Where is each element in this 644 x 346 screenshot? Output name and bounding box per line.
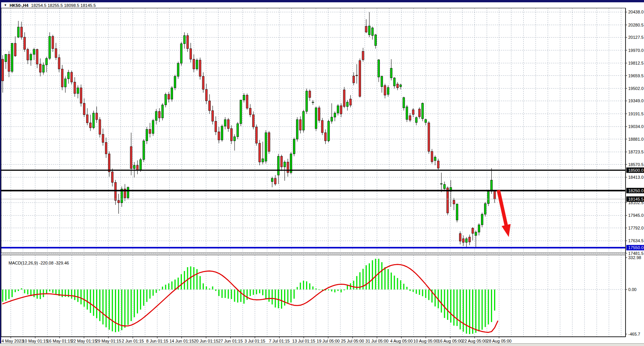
svg-text:18250.0: 18250.0 — [628, 188, 644, 193]
svg-text:19502.0: 19502.0 — [628, 86, 644, 91]
svg-text:10 Aug 05:00: 10 Aug 05:00 — [413, 339, 438, 343]
svg-text:19812.5: 19812.5 — [628, 61, 644, 65]
svg-text:22 May 01:15: 22 May 01:15 — [71, 339, 97, 343]
svg-text:17481.5: 17481.5 — [628, 251, 644, 256]
svg-text:20438.0: 20438.0 — [628, 10, 644, 14]
svg-text:7 Jul 01:15: 7 Jul 01:15 — [269, 339, 290, 343]
svg-text:16 May 01:15: 16 May 01:15 — [47, 339, 73, 343]
svg-text:3 Jul 01:15: 3 Jul 01:15 — [245, 339, 265, 343]
mt4-chart-window: ▼ HK50-,H4 18254.5 18255.5 18098.5 18145… — [0, 0, 644, 346]
svg-text:19034.0: 19034.0 — [628, 124, 644, 129]
svg-text:18145.5: 18145.5 — [628, 197, 644, 201]
svg-text:19659.5: 19659.5 — [628, 73, 644, 78]
svg-text:18723.5: 18723.5 — [628, 150, 644, 154]
macd-name: MACD(12,26,9) — [8, 261, 38, 265]
svg-text:13 Jul 01:15: 13 Jul 01:15 — [292, 339, 315, 343]
candles-layer — [2, 12, 496, 247]
svg-text:17550.0: 17550.0 — [628, 245, 644, 250]
svg-text:19191.5: 19191.5 — [628, 111, 644, 116]
svg-text:20 Jun 01:15: 20 Jun 01:15 — [194, 339, 218, 343]
svg-text:17792.0: 17792.0 — [628, 226, 644, 230]
svg-text:17945.0: 17945.0 — [628, 213, 644, 218]
svg-text:4 May 2023: 4 May 2023 — [2, 339, 23, 343]
svg-text:332.98: 332.98 — [628, 255, 641, 260]
svg-text:-465.7: -465.7 — [628, 332, 640, 336]
svg-text:0.00: 0.00 — [628, 287, 636, 292]
svg-text:25 Jul 05:00: 25 Jul 05:00 — [341, 339, 364, 343]
down-arrow-head — [502, 224, 511, 237]
svg-text:19349.0: 19349.0 — [628, 98, 644, 103]
svg-text:16 Aug 05:00: 16 Aug 05:00 — [438, 339, 463, 343]
svg-text:22 Aug 05:00: 22 Aug 05:00 — [462, 339, 487, 343]
svg-text:19 Jul 05:00: 19 Jul 05:00 — [317, 339, 340, 343]
svg-text:10 May 01:15: 10 May 01:15 — [22, 339, 48, 343]
svg-text:2 Jun 01:15: 2 Jun 01:15 — [122, 339, 144, 343]
svg-text:29 May 01:15: 29 May 01:15 — [96, 339, 121, 343]
svg-text:18413.0: 18413.0 — [628, 175, 644, 180]
hlines-layer[interactable] — [1, 170, 626, 248]
window-bottom-edge — [0, 343, 644, 346]
svg-text:18570.5: 18570.5 — [628, 162, 644, 167]
svg-text:14 Jun 01:15: 14 Jun 01:15 — [170, 339, 194, 343]
svg-text:4 Aug 05:00: 4 Aug 05:00 — [390, 339, 413, 343]
svg-text:27 Jun 01:15: 27 Jun 01:15 — [218, 339, 243, 343]
axis-layer[interactable]: 20438.020280.520127.519970.019812.519659… — [1, 8, 644, 343]
macd-layer — [3, 259, 498, 334]
svg-text:18881.0: 18881.0 — [628, 137, 644, 141]
svg-text:20127.5: 20127.5 — [628, 35, 644, 40]
svg-text:17634.5: 17634.5 — [628, 238, 644, 243]
price-chart-canvas[interactable]: 20438.020280.520127.519970.019812.519659… — [0, 0, 644, 346]
svg-text:18500.0: 18500.0 — [628, 168, 644, 173]
svg-text:8 Jun 01:15: 8 Jun 01:15 — [146, 339, 168, 343]
down-arrow-annotation[interactable] — [498, 190, 506, 228]
macd-indicator-label: MACD(12,26,9) -220.08 -329.46 — [4, 256, 69, 270]
svg-text:19970.0: 19970.0 — [628, 48, 644, 53]
macd-values: -220.08 -329.46 — [39, 261, 69, 265]
svg-text:31 Jul 05:00: 31 Jul 05:00 — [366, 339, 389, 343]
svg-text:20280.5: 20280.5 — [628, 23, 644, 27]
svg-text:28 Aug 05:00: 28 Aug 05:00 — [487, 339, 512, 343]
